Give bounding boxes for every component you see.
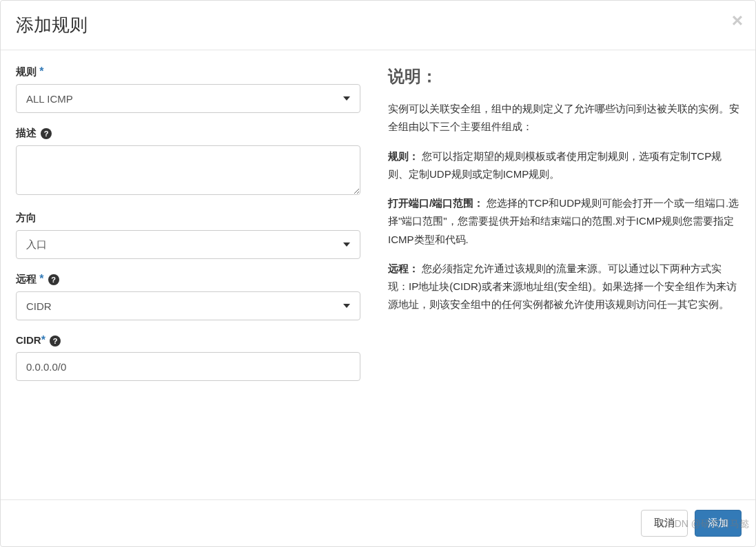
remote-select-value: CIDR [26, 300, 52, 312]
remote-select[interactable]: CIDR [16, 291, 360, 320]
rule-select-value: ALL ICMP [26, 93, 73, 105]
description-label-text: 描述 [16, 127, 37, 138]
description-textarea[interactable] [16, 145, 360, 195]
required-star-icon: * [39, 65, 43, 77]
cidr-label: CIDR* ? [16, 334, 360, 347]
cidr-input[interactable] [16, 352, 360, 381]
required-star-icon: * [39, 273, 43, 285]
description-rule: 规则： 您可以指定期望的规则模板或者使用定制规则，选项有定制TCP规则、定制UD… [388, 147, 740, 184]
rule-label: 规则 * [16, 65, 360, 79]
modal-title: 添加规则 [16, 13, 740, 37]
description-remote-label: 远程： [388, 262, 419, 274]
description-intro: 实例可以关联安全组，组中的规则定义了允许哪些访问到达被关联的实例。安全组由以下三… [388, 100, 740, 136]
cidr-group: CIDR* ? [16, 334, 360, 381]
direction-label-text: 方向 [16, 211, 37, 223]
cancel-button[interactable]: 取消 [641, 510, 688, 537]
cidr-label-text: CIDR [16, 334, 41, 346]
chevron-down-icon [343, 242, 350, 247]
direction-group: 方向 入口 [16, 211, 360, 259]
description-remote: 远程： 您必须指定允许通过该规则的流量来源。可以通过以下两种方式实现：IP地址块… [388, 260, 740, 314]
chevron-down-icon [343, 96, 350, 101]
description-port: 打开端口/端口范围： 您选择的TCP和UDP规则可能会打开一个或一组端口.选择"… [388, 194, 740, 249]
direction-select[interactable]: 入口 [16, 230, 360, 259]
modal-header: 添加规则 × [1, 1, 755, 50]
rule-select[interactable]: ALL ICMP [16, 84, 360, 113]
remote-label: 远程 * ? [16, 273, 360, 286]
remote-label-text: 远程 [16, 273, 37, 285]
description-column: 说明： 实例可以关联安全组，组中的规则定义了允许哪些访问到达被关联的实例。安全组… [388, 65, 740, 484]
direction-label: 方向 [16, 211, 360, 225]
help-icon[interactable]: ? [50, 336, 61, 347]
help-icon[interactable]: ? [41, 128, 52, 139]
help-icon[interactable]: ? [48, 274, 59, 285]
description-remote-text: 您必须指定允许通过该规则的流量来源。可以通过以下两种方式实现：IP地址块(CID… [388, 262, 737, 311]
chevron-down-icon [343, 304, 350, 308]
modal-body: 规则 * ALL ICMP 描述 ? 方向 [1, 50, 755, 499]
rule-group: 规则 * ALL ICMP [16, 65, 360, 113]
description-title: 说明： [388, 65, 740, 87]
modal-footer: 取消 添加 [1, 499, 755, 546]
remote-group: 远程 * ? CIDR [16, 273, 360, 320]
form-column: 规则 * ALL ICMP 描述 ? 方向 [16, 65, 360, 484]
direction-select-value: 入口 [26, 238, 47, 251]
add-rule-modal: 添加规则 × 规则 * ALL ICMP 描述 ? [0, 0, 756, 547]
rule-label-text: 规则 [16, 65, 37, 77]
add-button[interactable]: 添加 [695, 510, 742, 537]
description-port-label: 打开端口/端口范围： [388, 197, 484, 209]
close-icon[interactable]: × [732, 11, 743, 30]
description-label: 描述 ? [16, 127, 360, 140]
required-star-icon: * [41, 334, 45, 346]
description-rule-label: 规则： [388, 150, 419, 162]
description-group: 描述 ? [16, 127, 360, 198]
description-rule-text: 您可以指定期望的规则模板或者使用定制规则，选项有定制TCP规则、定制UDP规则或… [388, 150, 722, 180]
